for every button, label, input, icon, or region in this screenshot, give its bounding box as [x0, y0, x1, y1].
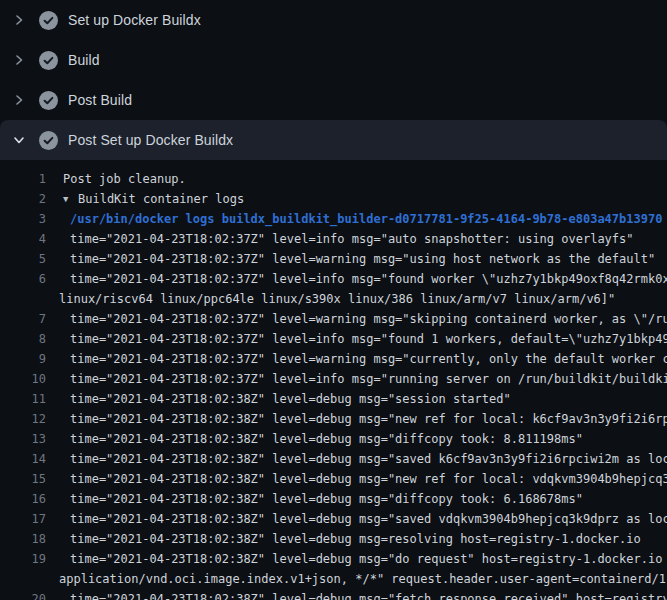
- log-line: 6 time="2021-04-23T18:02:37Z" level=info…: [0, 269, 667, 289]
- log-line-text: time="2021-04-23T18:02:38Z" level=debug …: [46, 469, 667, 489]
- log-line-text: time="2021-04-23T18:02:37Z" level=info m…: [46, 229, 634, 249]
- log-line-text: time="2021-04-23T18:02:38Z" level=debug …: [46, 489, 583, 509]
- chevron-icon[interactable]: [13, 134, 25, 146]
- log-line-text: linux/riscv64 linux/ppc64le linux/s390x …: [46, 289, 615, 309]
- log-line-number[interactable]: 3: [0, 209, 46, 229]
- log-line-number[interactable]: 5: [0, 249, 46, 269]
- log-line-text: time="2021-04-23T18:02:38Z" level=debug …: [46, 449, 667, 469]
- log-line-text: time="2021-04-23T18:02:38Z" level=debug …: [46, 589, 667, 600]
- step-label: Post Build: [68, 92, 132, 108]
- log-line: 7 time="2021-04-23T18:02:37Z" level=warn…: [0, 309, 667, 329]
- log-line: 12 time="2021-04-23T18:02:38Z" level=deb…: [0, 409, 667, 429]
- log-line: 4 time="2021-04-23T18:02:37Z" level=info…: [0, 229, 667, 249]
- log-line-text: time="2021-04-23T18:02:37Z" level=warnin…: [46, 309, 667, 329]
- log-line: 1 Post job cleanup.: [0, 169, 667, 189]
- log-line-text: time="2021-04-23T18:02:37Z" level=info m…: [46, 269, 667, 289]
- log-line: linux/riscv64 linux/ppc64le linux/s390x …: [0, 289, 667, 309]
- log-line-text: time="2021-04-23T18:02:38Z" level=debug …: [46, 529, 641, 549]
- log-line-number[interactable]: 19: [0, 549, 46, 569]
- step-row-build[interactable]: Build: [0, 40, 667, 80]
- log-line-text: time="2021-04-23T18:02:37Z" level=info m…: [46, 369, 667, 389]
- step-label: Post Set up Docker Buildx: [68, 132, 233, 148]
- log-line-number[interactable]: 16: [0, 489, 46, 509]
- log-line-number[interactable]: 1: [0, 169, 46, 189]
- log-line-text: time="2021-04-23T18:02:37Z" level=warnin…: [46, 249, 655, 269]
- log-line-text: time="2021-04-23T18:02:38Z" level=debug …: [46, 409, 667, 429]
- check-circle-icon: [39, 51, 58, 70]
- log-line: 10 time="2021-04-23T18:02:37Z" level=inf…: [0, 369, 667, 389]
- log-line-text: time="2021-04-23T18:02:38Z" level=debug …: [46, 429, 583, 449]
- chevron-down-icon: [13, 135, 25, 145]
- step-row-post-build[interactable]: Post Build: [0, 80, 667, 120]
- chevron-icon[interactable]: [13, 94, 25, 106]
- log-line: 18 time="2021-04-23T18:02:38Z" level=deb…: [0, 529, 667, 549]
- log-line: 19 time="2021-04-23T18:02:38Z" level=deb…: [0, 549, 667, 569]
- log-line-text: time="2021-04-23T18:02:37Z" level=warnin…: [46, 349, 667, 369]
- log-line: 9 time="2021-04-23T18:02:37Z" level=warn…: [0, 349, 667, 369]
- log-line-number[interactable]: 12: [0, 409, 46, 429]
- log-line-number[interactable]: [0, 569, 46, 589]
- group-collapse-triangle-icon[interactable]: ▼: [46, 189, 78, 209]
- log-line: application/vnd.oci.image.index.v1+json,…: [0, 569, 667, 589]
- log-line: 2 ▼ BuildKit container logs: [0, 189, 667, 209]
- log-line: 16 time="2021-04-23T18:02:38Z" level=deb…: [0, 489, 667, 509]
- check-circle-icon: [39, 91, 58, 110]
- log-line: 20 time="2021-04-23T18:02:38Z" level=deb…: [0, 589, 667, 600]
- chevron-right-icon: [14, 94, 24, 106]
- chevron-icon[interactable]: [13, 54, 25, 66]
- log-line-text: time="2021-04-23T18:02:38Z" level=debug …: [46, 389, 511, 409]
- log-line-text: time="2021-04-23T18:02:38Z" level=debug …: [46, 549, 667, 569]
- step-row-set-up-docker-buildx[interactable]: Set up Docker Buildx: [0, 0, 667, 40]
- log-line-text: BuildKit container logs: [78, 189, 244, 209]
- log-line: 5 time="2021-04-23T18:02:37Z" level=warn…: [0, 249, 667, 269]
- log-line-number[interactable]: 9: [0, 349, 46, 369]
- log-line-number[interactable]: 17: [0, 509, 46, 529]
- log-line: 3 /usr/bin/docker logs buildx_buildkit_b…: [0, 209, 667, 229]
- chevron-icon[interactable]: [13, 14, 25, 26]
- log-line-number[interactable]: 20: [0, 589, 46, 600]
- check-circle-icon: [39, 11, 58, 30]
- log-line-number[interactable]: 2: [0, 189, 46, 209]
- log-line-text: time="2021-04-23T18:02:38Z" level=debug …: [46, 509, 667, 529]
- chevron-right-icon: [14, 54, 24, 66]
- log-line-text: time="2021-04-23T18:02:37Z" level=info m…: [46, 329, 667, 349]
- log-line-number[interactable]: 13: [0, 429, 46, 449]
- log-line-number[interactable]: 14: [0, 449, 46, 469]
- chevron-right-icon: [14, 14, 24, 26]
- log-line-number[interactable]: 4: [0, 229, 46, 249]
- step-label: Build: [68, 52, 100, 68]
- log-line-text: /usr/bin/docker logs buildx_buildkit_bui…: [46, 209, 662, 229]
- log-line-number[interactable]: 15: [0, 469, 46, 489]
- log-line-number[interactable]: 11: [0, 389, 46, 409]
- log-line: 13 time="2021-04-23T18:02:38Z" level=deb…: [0, 429, 667, 449]
- log-line: 15 time="2021-04-23T18:02:38Z" level=deb…: [0, 469, 667, 489]
- log-line-number[interactable]: 8: [0, 329, 46, 349]
- check-circle-icon: [39, 131, 58, 150]
- log-line-number[interactable]: 18: [0, 529, 46, 549]
- log-line-number[interactable]: 7: [0, 309, 46, 329]
- log-line-number[interactable]: 6: [0, 269, 46, 289]
- log-line-text: application/vnd.oci.image.index.v1+json,…: [46, 569, 667, 589]
- log-line: 11 time="2021-04-23T18:02:38Z" level=deb…: [0, 389, 667, 409]
- log-viewer: 1 Post job cleanup. 2 ▼ BuildKit contain…: [0, 160, 667, 600]
- log-line-text: Post job cleanup.: [46, 169, 186, 189]
- steps-list: Set up Docker Buildx Build: [0, 0, 667, 160]
- step-row-post-set-up-docker-buildx[interactable]: Post Set up Docker Buildx: [0, 120, 667, 160]
- log-line-number[interactable]: [0, 289, 46, 309]
- log-line-number[interactable]: 10: [0, 369, 46, 389]
- log-line: 8 time="2021-04-23T18:02:37Z" level=info…: [0, 329, 667, 349]
- step-label: Set up Docker Buildx: [68, 12, 201, 28]
- log-line: 17 time="2021-04-23T18:02:38Z" level=deb…: [0, 509, 667, 529]
- log-line: 14 time="2021-04-23T18:02:38Z" level=deb…: [0, 449, 667, 469]
